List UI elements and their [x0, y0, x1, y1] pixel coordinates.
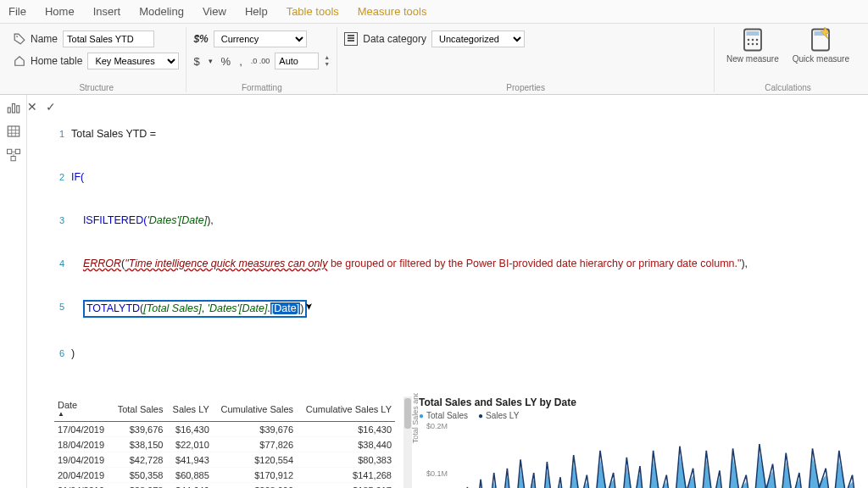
menubar: FileHomeInsertModelingViewHelpTable tool…: [0, 0, 868, 24]
data-table-visual[interactable]: Date▲Total SalesSales LYCumulative Sales…: [54, 396, 395, 488]
svg-point-7: [752, 43, 754, 46]
chart1-title: Total Sales and Sales LY by Date: [419, 396, 861, 408]
model-view-icon[interactable]: [6, 147, 21, 163]
formula-commit-button[interactable]: ✓: [46, 100, 56, 114]
spinner-up[interactable]: ▲: [324, 54, 330, 61]
col-header[interactable]: Sales LY: [166, 396, 212, 422]
svg-rect-12: [12, 104, 14, 114]
svg-rect-13: [16, 106, 19, 113]
svg-rect-11: [8, 108, 10, 113]
decimal-places-input[interactable]: [275, 53, 319, 69]
menu-insert[interactable]: Insert: [93, 5, 121, 18]
col-header[interactable]: Date▲: [54, 396, 111, 422]
chart1-legend: Total Sales Sales LY: [419, 411, 861, 420]
data-category-icon: [344, 32, 358, 46]
table-row[interactable]: 17/04/2019$39,676$16,430$39,676$16,430: [54, 422, 395, 437]
chart1-plot: [419, 422, 861, 488]
format-select[interactable]: Currency: [214, 30, 307, 47]
svg-point-0: [16, 36, 18, 37]
svg-rect-21: [11, 157, 15, 161]
properties-group-label: Properties: [344, 81, 707, 92]
menu-home[interactable]: Home: [45, 5, 75, 18]
main-area: ✕ ✓ 1Total Sales YTD = 2IF( 3 ISFILTERED…: [0, 95, 868, 488]
spinner-down[interactable]: ▼: [324, 61, 330, 68]
formula-cancel-button[interactable]: ✕: [27, 100, 37, 114]
name-label: Name: [31, 33, 58, 45]
col-header[interactable]: Total Sales: [111, 396, 167, 422]
home-icon: [14, 55, 25, 67]
ribbon-group-calculations: New measure Quick measure Calculations: [715, 27, 861, 92]
calculations-group-label: Calculations: [721, 81, 854, 92]
home-table-label: Home table: [31, 55, 82, 67]
ribbon-group-properties: Data category Uncategorized Properties: [337, 27, 715, 92]
text-cursor-icon: [307, 300, 317, 312]
currency-button[interactable]: $: [193, 55, 199, 68]
table-row[interactable]: 21/04/2019$38,078$44,649$208,990$185,917: [54, 483, 395, 489]
svg-point-4: [752, 39, 754, 42]
view-rail: [0, 95, 27, 488]
menu-file[interactable]: File: [8, 5, 26, 18]
svg-rect-19: [7, 149, 11, 153]
col-header[interactable]: Cumulative Sales: [213, 396, 297, 422]
home-table-select[interactable]: Key Measures: [87, 53, 179, 69]
table-row[interactable]: 20/04/2019$50,358$60,885$170,912$141,268: [54, 468, 395, 483]
report-view-icon[interactable]: [6, 100, 21, 115]
table-row[interactable]: 18/04/2019$38,150$22,010$77,826$38,440: [54, 437, 395, 452]
ribbon-group-structure: Name Home table Key Measures Structure: [7, 27, 186, 92]
percent-button[interactable]: %: [221, 55, 231, 68]
data-view-icon[interactable]: [6, 124, 21, 139]
svg-rect-20: [15, 149, 19, 153]
new-measure-button[interactable]: New measure: [721, 27, 784, 64]
measure-name-input[interactable]: [63, 30, 154, 47]
chart-1[interactable]: Total Sales and Sales LY by Date Total S…: [419, 396, 861, 488]
table-row[interactable]: 19/04/2019$42,728$41,943$120,554$80,383: [54, 452, 395, 468]
svg-point-3: [748, 39, 750, 42]
formatting-group-label: Formatting: [193, 81, 330, 92]
ribbon-group-formatting: $% Currency $▾ % , .0 .00 ▲▼ Formatting: [186, 27, 337, 92]
menu-table-tools[interactable]: Table tools: [287, 5, 339, 18]
format-icon: $%: [193, 33, 208, 45]
svg-point-5: [756, 39, 759, 42]
menu-help[interactable]: Help: [245, 5, 268, 18]
data-category-select[interactable]: Uncategorized: [431, 30, 525, 47]
quick-measure-button[interactable]: Quick measure: [787, 27, 854, 64]
data-category-label: Data category: [363, 33, 426, 45]
menu-modeling[interactable]: Modeling: [139, 5, 184, 18]
formula-and-canvas: ✕ ✓ 1Total Sales YTD = 2IF( 3 ISFILTERED…: [27, 95, 868, 488]
thousands-button[interactable]: ,: [239, 55, 242, 68]
menu-measure-tools[interactable]: Measure tools: [358, 5, 427, 18]
calculator-icon: [740, 27, 765, 53]
ribbon: Name Home table Key Measures Structure $…: [0, 24, 868, 95]
svg-rect-14: [8, 126, 19, 136]
tag-icon: [14, 33, 25, 45]
svg-rect-2: [746, 31, 759, 36]
svg-point-8: [756, 43, 759, 46]
col-header[interactable]: Cumulative Sales LY: [297, 396, 395, 422]
quick-measure-icon: [808, 27, 833, 53]
svg-point-6: [748, 43, 750, 46]
structure-group-label: Structure: [14, 81, 179, 92]
decimals-icon: .0 .00: [251, 57, 270, 65]
dax-editor[interactable]: 1Total Sales YTD = 2IF( 3 ISFILTERED('Da…: [56, 95, 749, 393]
menu-view[interactable]: View: [203, 5, 226, 18]
